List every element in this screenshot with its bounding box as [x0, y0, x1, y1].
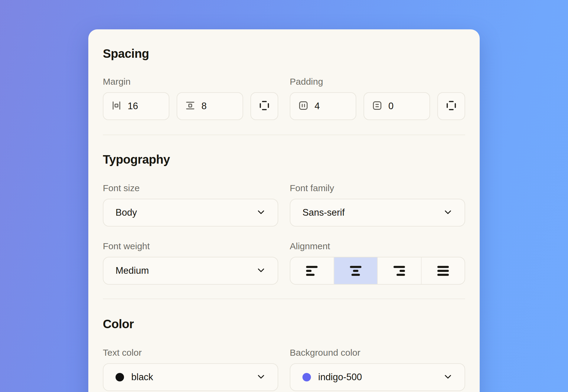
padding-horizontal-icon	[298, 100, 308, 112]
margin-sides-button[interactable]	[250, 92, 278, 120]
align-left-icon	[306, 266, 318, 276]
color-section-title: Color	[103, 317, 465, 331]
font-size-group: Font size Body	[103, 182, 278, 227]
typography-row-2: Font weight Medium Alignment	[103, 240, 465, 285]
border-sides-icon	[258, 100, 270, 113]
margin-vertical-value[interactable]	[201, 101, 235, 112]
chevron-down-icon	[256, 207, 266, 218]
color-row: Text color black Background color indigo…	[103, 347, 465, 391]
align-right-button[interactable]	[377, 257, 421, 284]
align-center-button[interactable]	[334, 257, 377, 284]
background-color-dropdown[interactable]: indigo-500	[290, 363, 465, 391]
align-right-icon	[393, 266, 405, 276]
chevron-down-icon	[443, 372, 452, 382]
margin-vertical-icon	[185, 100, 195, 112]
background-color-swatch	[302, 373, 311, 381]
font-size-value: Body	[116, 207, 137, 218]
chevron-down-icon	[256, 266, 266, 276]
font-size-label: Font size	[103, 182, 278, 194]
padding-vertical-input[interactable]	[364, 92, 430, 120]
alignment-segmented-control	[290, 257, 465, 285]
align-justify-icon	[437, 266, 449, 276]
inspector-panel: Spacing Margin	[88, 29, 480, 392]
border-sides-icon	[445, 100, 457, 113]
background-color-value: indigo-500	[318, 372, 362, 383]
margin-label: Margin	[103, 76, 278, 87]
text-color-value: black	[131, 372, 153, 383]
spacing-section: Margin	[103, 76, 465, 120]
margin-vertical-input[interactable]	[177, 92, 243, 120]
section-divider	[103, 299, 465, 299]
margin-horizontal-icon	[111, 100, 122, 112]
align-center-icon	[350, 266, 361, 276]
margin-group: Margin	[103, 76, 278, 120]
font-family-dropdown[interactable]: Sans-serif	[290, 199, 465, 227]
desktop-background: { "colors": { "background_gradient_start…	[0, 0, 568, 392]
font-family-value: Sans-serif	[302, 207, 345, 218]
alignment-group: Alignment	[290, 240, 465, 285]
background-color-group: Background color indigo-500	[290, 347, 465, 391]
padding-horizontal-value[interactable]	[315, 101, 348, 112]
font-weight-dropdown[interactable]: Medium	[103, 257, 278, 285]
padding-sides-button[interactable]	[437, 92, 465, 120]
padding-label: Padding	[290, 76, 465, 87]
margin-horizontal-value[interactable]	[128, 101, 161, 112]
typography-row-1: Font size Body Font family Sans-serif	[103, 182, 465, 227]
font-family-label: Font family	[290, 182, 465, 194]
padding-group: Padding	[290, 76, 465, 120]
padding-horizontal-input[interactable]	[290, 92, 356, 120]
text-color-label: Text color	[103, 347, 278, 358]
text-color-group: Text color black	[103, 347, 278, 391]
background-color-label: Background color	[290, 347, 465, 358]
chevron-down-icon	[256, 372, 266, 382]
typography-section-title: Typography	[103, 152, 465, 167]
alignment-label: Alignment	[290, 240, 465, 252]
font-weight-value: Medium	[116, 265, 149, 276]
section-divider	[103, 135, 465, 135]
padding-vertical-icon	[372, 100, 382, 112]
font-size-dropdown[interactable]: Body	[103, 199, 278, 227]
text-color-swatch	[116, 373, 124, 381]
align-justify-button[interactable]	[421, 257, 465, 284]
text-color-dropdown[interactable]: black	[103, 363, 278, 391]
align-left-button[interactable]	[290, 257, 334, 284]
chevron-down-icon	[443, 207, 452, 218]
font-weight-label: Font weight	[103, 240, 278, 252]
spacing-section-title: Spacing	[103, 46, 465, 61]
font-family-group: Font family Sans-serif	[290, 182, 465, 227]
margin-horizontal-input[interactable]	[103, 92, 169, 120]
padding-vertical-value[interactable]	[388, 101, 422, 112]
font-weight-group: Font weight Medium	[103, 240, 278, 285]
